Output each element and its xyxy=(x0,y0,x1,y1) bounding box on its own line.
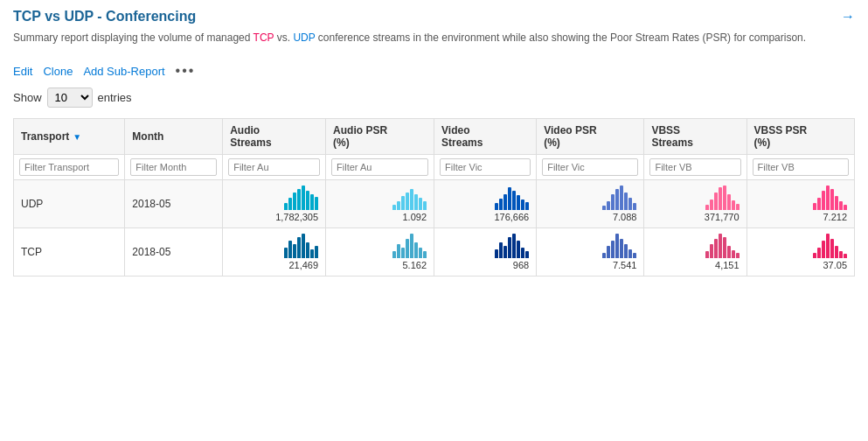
month-cell: 2018-05 xyxy=(125,180,223,228)
page-title-arrow: → xyxy=(841,9,855,24)
filter-audio-psr[interactable] xyxy=(331,158,428,176)
table-row: UDP 2018-05 1,782,305 xyxy=(14,180,855,228)
entries-label: entries xyxy=(98,91,132,104)
video-psr-cell: 7.541 xyxy=(537,228,644,276)
data-table: Transport ▼ Month AudioStreams Audio PSR… xyxy=(13,118,855,276)
page-description: Summary report displaying the volume of … xyxy=(13,30,855,46)
filter-video-streams[interactable] xyxy=(440,158,531,176)
more-options-button[interactable]: ••• xyxy=(176,63,196,79)
sort-icon: ▼ xyxy=(73,132,81,142)
col-audio-streams: AudioStreams xyxy=(223,119,326,155)
transport-cell: TCP xyxy=(14,228,125,276)
entries-select[interactable]: 10 25 50 100 xyxy=(47,88,93,108)
filter-audio-streams[interactable] xyxy=(228,158,320,176)
video-streams-cell: 968 xyxy=(434,228,537,276)
vbss-psr-cell: 37.05 xyxy=(746,228,854,276)
month-cell: 2018-05 xyxy=(125,228,223,276)
audio-psr-cell: 5.162 xyxy=(326,228,434,276)
transport-cell: UDP xyxy=(14,180,125,228)
vbss-streams-cell: 4,151 xyxy=(644,228,746,276)
edit-button[interactable]: Edit xyxy=(13,65,32,78)
col-vbss-psr: VBSS PSR(%) xyxy=(746,119,854,155)
filter-transport[interactable] xyxy=(19,158,119,176)
audio-streams-cell: 1,782,305 xyxy=(223,180,326,228)
filter-video-psr[interactable] xyxy=(542,158,638,176)
video-psr-cell: 7.088 xyxy=(537,180,644,228)
page-title: TCP vs UDP - Conferencing → xyxy=(13,9,855,24)
audio-streams-cell: 21,469 xyxy=(223,228,326,276)
toolbar: Edit Clone Add Sub-Report ••• xyxy=(13,63,855,79)
table-header-row: Transport ▼ Month AudioStreams Audio PSR… xyxy=(14,119,855,155)
clone-button[interactable]: Clone xyxy=(43,65,73,78)
add-sub-report-button[interactable]: Add Sub-Report xyxy=(83,65,164,78)
col-audio-psr: Audio PSR(%) xyxy=(326,119,434,155)
page-title-text: TCP vs UDP - Conferencing xyxy=(13,9,196,24)
table-row: TCP 2018-05 21,469 xyxy=(14,228,855,276)
audio-psr-cell: 1.092 xyxy=(326,180,434,228)
show-label: Show xyxy=(13,91,42,104)
col-video-psr: Video PSR(%) xyxy=(537,119,644,155)
filter-row xyxy=(14,155,855,180)
vbss-psr-cell: 7.212 xyxy=(746,180,854,228)
show-entries-control: Show 10 25 50 100 entries xyxy=(13,88,855,108)
col-transport[interactable]: Transport ▼ xyxy=(14,119,125,155)
filter-vbss-psr[interactable] xyxy=(753,158,849,176)
col-video-streams: VideoStreams xyxy=(434,119,537,155)
filter-vbss-streams[interactable] xyxy=(649,158,740,176)
col-vbss-streams: VBSSStreams xyxy=(644,119,746,155)
filter-month[interactable] xyxy=(130,158,217,176)
col-month: Month xyxy=(125,119,223,155)
video-streams-cell: 176,666 xyxy=(434,180,537,228)
vbss-streams-cell: 371,770 xyxy=(644,180,746,228)
